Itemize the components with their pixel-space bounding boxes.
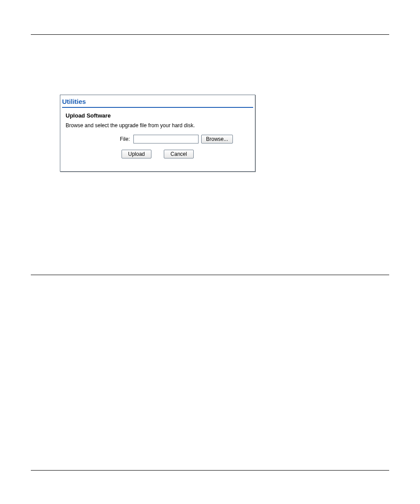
horizontal-rule <box>31 470 389 471</box>
browse-button[interactable]: Browse... <box>201 135 233 143</box>
upload-button[interactable]: Upload <box>122 150 151 158</box>
utilities-panel: Utilities Upload Software Browse and sel… <box>60 95 255 172</box>
panel-title: Utilities <box>60 95 255 107</box>
panel-divider <box>62 107 253 108</box>
horizontal-rule <box>31 34 389 35</box>
section-description: Browse and select the upgrade file from … <box>60 122 255 135</box>
file-label: File: <box>82 136 131 142</box>
horizontal-rule <box>31 275 389 275</box>
file-input[interactable] <box>133 135 199 143</box>
cancel-button[interactable]: Cancel <box>164 150 194 158</box>
button-row: Upload Cancel <box>60 150 255 158</box>
file-row: File: Browse... <box>60 135 255 150</box>
section-title: Upload Software <box>60 112 255 122</box>
